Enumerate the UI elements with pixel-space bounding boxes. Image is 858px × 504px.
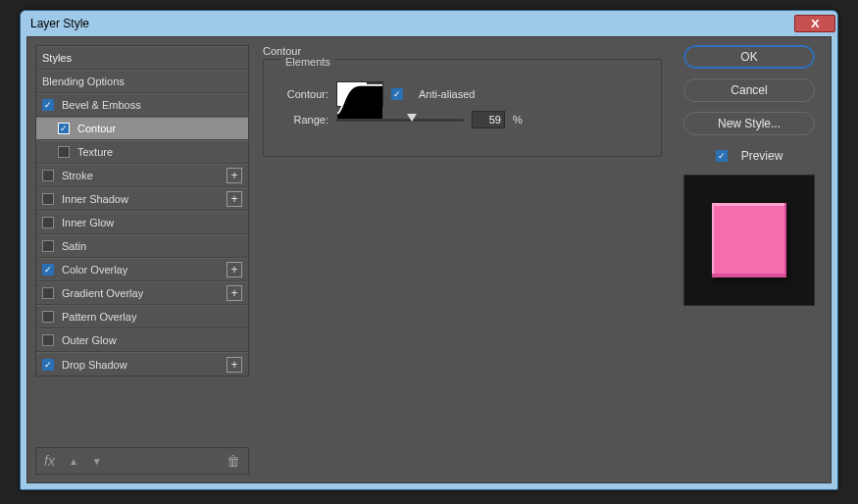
checkbox-color-overlay[interactable] [42, 264, 54, 276]
checkbox-outer-glow[interactable] [42, 334, 54, 346]
checkbox-inner-shadow[interactable] [42, 193, 54, 205]
contour-row: Contour: ▾ Anti-aliased [278, 81, 647, 107]
new-style-button[interactable]: New Style... [683, 112, 815, 135]
styles-panel: Styles Blending Options Bevel & Emboss C… [35, 45, 249, 475]
elements-legend: Elements [281, 56, 334, 68]
preview-label: Preview [741, 149, 783, 163]
style-label: Contour [77, 123, 242, 134]
fx-icon[interactable]: fx [44, 453, 55, 469]
dialog-buttons: OK Cancel New Style... Preview [676, 45, 823, 475]
checkbox-anti-aliased[interactable] [391, 88, 403, 100]
styles-header-label: Styles [42, 52, 242, 64]
range-percent-label: % [513, 114, 523, 126]
contour-panel: Contour Elements Contour: ▾ Anti-aliased [249, 45, 676, 475]
style-label: Outer Glow [62, 334, 242, 346]
range-label: Range: [278, 114, 328, 126]
style-label: Stroke [62, 170, 223, 181]
move-down-icon[interactable]: ▼ [92, 456, 102, 467]
checkbox-texture[interactable] [58, 146, 70, 158]
checkbox-stroke[interactable] [42, 170, 54, 181]
style-drop-shadow[interactable]: Drop Shadow + [36, 352, 248, 376]
checkbox-satin[interactable] [42, 240, 54, 252]
add-inner-shadow-button[interactable]: + [227, 191, 242, 207]
style-gradient-overlay[interactable]: Gradient Overlay + [36, 281, 248, 305]
checkbox-inner-glow[interactable] [42, 217, 54, 228]
range-value-input[interactable] [472, 111, 505, 128]
style-label: Inner Glow [62, 217, 242, 228]
contour-label: Contour: [278, 88, 328, 100]
style-label: Gradient Overlay [62, 287, 223, 299]
style-outer-glow[interactable]: Outer Glow [36, 328, 248, 352]
layer-style-window: Layer Style X Styles Blending Options Be… [20, 10, 838, 490]
anti-aliased-label: Anti-aliased [419, 88, 475, 100]
contour-picker[interactable]: ▾ [336, 81, 383, 107]
checkbox-bevel[interactable] [42, 99, 54, 111]
style-contour[interactable]: Contour [36, 117, 248, 140]
style-texture[interactable]: Texture [36, 140, 248, 164]
add-gradient-overlay-button[interactable]: + [227, 285, 242, 301]
style-pattern-overlay[interactable]: Pattern Overlay [36, 305, 248, 328]
style-label: Satin [62, 240, 242, 252]
move-up-icon[interactable]: ▲ [69, 456, 78, 467]
preview-box [683, 175, 815, 306]
range-slider[interactable] [336, 119, 464, 122]
add-color-overlay-button[interactable]: + [227, 262, 242, 277]
style-inner-glow[interactable]: Inner Glow [36, 211, 248, 234]
ok-label: OK [740, 50, 757, 64]
style-label: Blending Options [42, 76, 242, 87]
style-stroke[interactable]: Stroke + [36, 164, 248, 187]
close-button[interactable]: X [794, 15, 835, 32]
window-title: Layer Style [30, 17, 89, 30]
ok-button[interactable]: OK [683, 45, 815, 69]
checkbox-pattern-overlay[interactable] [42, 311, 54, 323]
range-row: Range: % [278, 111, 647, 128]
style-label: Pattern Overlay [62, 311, 242, 323]
checkbox-contour[interactable] [58, 123, 70, 134]
style-label: Bevel & Emboss [62, 99, 242, 111]
styles-header[interactable]: Styles [36, 46, 248, 70]
new-style-label: New Style... [718, 117, 781, 130]
styles-list: Styles Blending Options Bevel & Emboss C… [35, 45, 249, 377]
style-color-overlay[interactable]: Color Overlay + [36, 258, 248, 281]
preview-toggle[interactable]: Preview [716, 149, 783, 163]
elements-group: Elements Contour: ▾ Anti-aliased Range: [263, 59, 662, 157]
style-label: Color Overlay [62, 264, 223, 276]
style-label: Inner Shadow [62, 193, 223, 205]
checkbox-preview[interactable] [716, 150, 728, 162]
checkbox-drop-shadow[interactable] [42, 359, 54, 371]
style-bevel-emboss[interactable]: Bevel & Emboss [36, 93, 248, 117]
checkbox-gradient-overlay[interactable] [42, 287, 54, 299]
titlebar[interactable]: Layer Style X [21, 11, 837, 36]
trash-icon[interactable]: 🗑 [227, 453, 240, 469]
style-label: Texture [77, 146, 242, 158]
style-label: Drop Shadow [62, 359, 223, 371]
style-blending-options[interactable]: Blending Options [36, 70, 248, 93]
slider-thumb[interactable] [407, 114, 417, 122]
cancel-label: Cancel [731, 83, 767, 97]
add-stroke-button[interactable]: + [227, 168, 242, 183]
preview-swatch [712, 203, 786, 277]
style-inner-shadow[interactable]: Inner Shadow + [36, 187, 248, 211]
style-satin[interactable]: Satin [36, 234, 248, 258]
close-icon: X [811, 19, 820, 29]
add-drop-shadow-button[interactable]: + [227, 357, 242, 373]
cancel-button[interactable]: Cancel [683, 78, 815, 102]
styles-footer: fx ▲ ▼ 🗑 [35, 447, 249, 475]
contour-curve-icon [337, 82, 382, 119]
slider-track[interactable] [336, 119, 464, 122]
dialog-body: Styles Blending Options Bevel & Emboss C… [26, 36, 832, 483]
